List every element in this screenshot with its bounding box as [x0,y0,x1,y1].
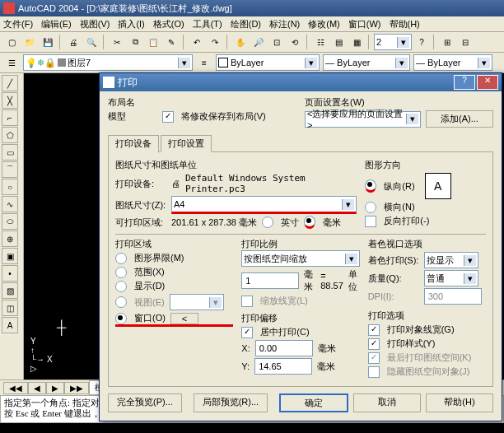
linetype-combo[interactable]: — ByLayer▾ [323,54,410,71]
menu-view[interactable]: 视图(V) [80,18,110,30]
help-button[interactable]: 帮助(H) [426,393,493,412]
nav-last[interactable]: ▶▶ [64,382,89,394]
toolpal-icon[interactable]: ▦ [348,34,365,50]
menu-tools[interactable]: 工具(T) [193,18,222,30]
extra1-icon[interactable]: ⊞ [439,34,455,50]
landscape-radio[interactable] [365,202,376,213]
layer-combo[interactable]: 💡❄🔒 图层7 ▾ [23,54,193,71]
match-icon[interactable]: ✎ [163,34,180,50]
zoom-combo[interactable]: 2▾ [374,34,412,50]
extra2-icon[interactable]: ⊟ [457,34,474,50]
pan-icon[interactable]: ✋ [232,34,249,50]
portrait-radio[interactable] [365,179,376,193]
rect-icon[interactable]: ▭ [2,144,18,161]
help-button[interactable]: ? [454,75,475,90]
partial-preview-button[interactable]: 局部预览(R)... [194,393,268,412]
region-icon[interactable]: ◫ [2,300,18,316]
limits-radio[interactable] [115,253,127,264]
zoom-icon[interactable]: 🔎 [250,34,267,50]
circle-icon[interactable]: ○ [2,179,18,195]
point-icon[interactable]: • [2,265,18,282]
add-button[interactable]: 添加(A)... [426,110,493,128]
offset-group-label: 打印偏移 [241,312,359,324]
layer-prev-icon[interactable]: ≡ [196,54,212,71]
undo-icon[interactable]: ↶ [189,34,205,50]
zoom-window-icon[interactable]: ⊡ [268,34,285,50]
view-radio [115,296,127,308]
lineweights-check [241,296,253,307]
opt-lw-check[interactable] [368,324,380,336]
arc-icon[interactable]: ⌒ [2,161,18,178]
chevron-down-icon: ▾ [342,199,354,210]
paper-size-combo[interactable]: A4▾ [171,196,357,214]
center-check[interactable] [241,327,253,338]
scale-combo[interactable]: 按图纸空间缩放▾ [241,250,359,267]
upside-check[interactable] [365,216,376,227]
menu-format[interactable]: 格式(O) [153,18,184,30]
shade-combo[interactable]: 按显示▾ [424,252,478,268]
nav-first[interactable]: ◀◀ [3,382,28,394]
unit-mm-radio[interactable] [304,216,315,229]
save-icon[interactable]: 💾 [40,34,56,50]
orient-group-label: 图形方向 [365,159,486,171]
offset-x-field[interactable]: 0.00 [255,340,313,356]
full-preview-button[interactable]: 完全预览(P)... [108,393,182,412]
layer-toolbar: ☰ 💡❄🔒 图层7 ▾ ≡ ByLayer▾ — ByLayer▾ — ByLa… [0,53,504,73]
menu-insert[interactable]: 插入(I) [118,18,144,30]
ok-button[interactable]: 确定 [279,393,348,412]
save-changes-check[interactable] [162,111,174,123]
quality-combo[interactable]: 普通▾ [424,270,478,286]
cut-icon[interactable]: ✂ [109,34,125,50]
properties-icon[interactable]: ☷ [312,34,329,50]
scale-num-field[interactable]: 1 [241,272,299,289]
open-icon[interactable]: 📁 [21,34,38,50]
paste-icon[interactable]: 📋 [145,34,161,50]
tab-print-device[interactable]: 打印设备 [108,135,159,152]
menu-modify[interactable]: 修改(M) [308,18,340,30]
unit-inch-radio[interactable] [262,216,273,228]
insert-icon[interactable]: ⊕ [2,230,18,247]
dcenter-icon[interactable]: ▤ [330,34,347,50]
text-icon[interactable]: A [2,317,18,333]
zoom-prev-icon[interactable]: ⟲ [287,34,303,50]
opt-styles-check[interactable] [368,338,380,350]
extents-radio[interactable] [115,267,127,278]
line-icon[interactable]: ╱ [2,75,18,91]
chevron-down-icon: ▾ [406,114,418,124]
lineweight-combo[interactable]: — ByLayer▾ [413,54,492,71]
block-icon[interactable]: ▣ [2,248,18,264]
menu-file[interactable]: 文件(F) [3,18,33,30]
close-button[interactable]: ✕ [477,75,498,90]
polygon-icon[interactable]: ⬠ [2,127,18,143]
nav-prev[interactable]: ◀ [28,382,46,394]
page-setup-combo[interactable]: <选择要应用的页面设置>▾ [305,111,421,128]
pline-icon[interactable]: ⌐ [2,109,18,126]
ellipse-icon[interactable]: ⬭ [2,213,18,230]
menu-edit[interactable]: 编辑(E) [41,18,72,30]
dialog-title-bar[interactable]: 打印 ? ✕ [100,73,502,91]
chevron-down-icon: ▾ [395,58,408,68]
print-icon[interactable]: 🖨 [65,34,82,50]
redo-icon[interactable]: ↷ [207,34,223,50]
preview-icon[interactable]: 🔍 [83,34,100,50]
copy-icon[interactable]: ⧉ [127,34,143,50]
menu-help[interactable]: 帮助(H) [390,18,420,30]
menu-window[interactable]: 窗口(W) [348,18,381,30]
menu-draw[interactable]: 绘图(D) [231,18,261,30]
hatch-icon[interactable]: ▨ [2,282,18,299]
layer-manager-icon[interactable]: ☰ [3,54,20,71]
window-pick-button[interactable]: < [170,313,198,324]
nav-next[interactable]: ▶ [46,382,64,394]
color-combo[interactable]: ByLayer▾ [216,54,320,71]
display-radio[interactable] [115,281,127,292]
tab-print-settings[interactable]: 打印设置 [161,135,212,152]
layout-name-label: 布局名 [108,96,296,109]
cancel-button[interactable]: 取消 [353,393,421,412]
help-icon[interactable]: ? [413,34,430,50]
xline-icon[interactable]: ╳ [2,92,18,109]
offset-y-field[interactable]: 14.65 [254,358,312,375]
spline-icon[interactable]: ∿ [2,196,18,212]
new-icon[interactable]: ▢ [3,34,20,50]
menu-dimension[interactable]: 标注(N) [269,18,300,30]
window-radio[interactable] [115,313,127,324]
